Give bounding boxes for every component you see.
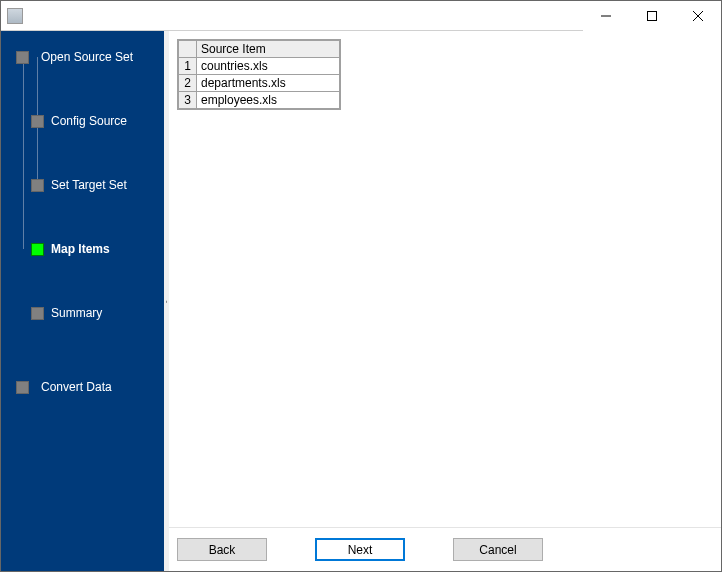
wizard-steps-sidebar: Open Source Set Config Source Set Target…: [1, 31, 164, 571]
step-open-source-set[interactable]: Open Source Set: [1, 41, 164, 73]
step-label: Set Target Set: [51, 178, 127, 192]
table-row[interactable]: 2 departments.xls: [179, 75, 340, 92]
step-label: Map Items: [51, 242, 110, 256]
row-number: 1: [179, 58, 197, 75]
step-box-icon: [31, 243, 44, 256]
row-number: 3: [179, 92, 197, 109]
row-number-header: [179, 41, 197, 58]
cancel-button[interactable]: Cancel: [453, 538, 543, 561]
step-summary[interactable]: Summary: [1, 297, 164, 329]
step-label: Open Source Set: [41, 50, 133, 64]
step-set-target-set[interactable]: Set Target Set: [1, 169, 164, 201]
column-header-source-item[interactable]: Source Item: [197, 41, 340, 58]
row-number: 2: [179, 75, 197, 92]
step-box-icon: [16, 51, 29, 64]
close-icon: [693, 11, 703, 21]
step-label: Config Source: [51, 114, 127, 128]
app-icon: [7, 8, 23, 24]
svg-rect-1: [648, 11, 657, 20]
maximize-icon: [647, 11, 657, 21]
cell-source-item[interactable]: departments.xls: [197, 75, 340, 92]
back-button-label: Back: [209, 543, 236, 557]
step-box-icon: [31, 307, 44, 320]
cancel-button-label: Cancel: [479, 543, 516, 557]
content-panel: Source Item 1 countries.xls 2 department…: [169, 31, 721, 527]
table-row[interactable]: 3 employees.xls: [179, 92, 340, 109]
cell-source-item[interactable]: countries.xls: [197, 58, 340, 75]
back-button[interactable]: Back: [177, 538, 267, 561]
minimize-icon: [601, 11, 611, 21]
step-config-source[interactable]: Config Source: [1, 105, 164, 137]
wizard-window: Open Source Set Config Source Set Target…: [0, 0, 722, 572]
next-button[interactable]: Next: [315, 538, 405, 561]
source-items-table[interactable]: Source Item 1 countries.xls 2 department…: [177, 39, 341, 110]
minimize-button[interactable]: [583, 1, 629, 31]
step-box-icon: [16, 381, 29, 394]
close-button[interactable]: [675, 1, 721, 31]
step-box-icon: [31, 115, 44, 128]
table-row[interactable]: 1 countries.xls: [179, 58, 340, 75]
step-convert-data[interactable]: Convert Data: [1, 371, 164, 403]
step-label: Convert Data: [41, 380, 112, 394]
titlebar: [1, 1, 721, 31]
next-button-label: Next: [348, 543, 373, 557]
step-map-items[interactable]: Map Items: [1, 233, 164, 265]
step-box-icon: [31, 179, 44, 192]
maximize-button[interactable]: [629, 1, 675, 31]
cell-source-item[interactable]: employees.xls: [197, 92, 340, 109]
wizard-button-row: Back Next Cancel: [169, 527, 721, 571]
step-label: Summary: [51, 306, 102, 320]
